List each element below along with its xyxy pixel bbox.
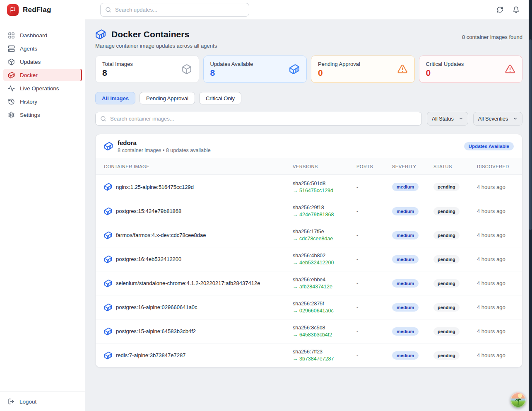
main-area: Docker Containers Manage container image… bbox=[85, 0, 532, 411]
table-header: Container Image Versions Ports Severity … bbox=[96, 158, 522, 175]
sidebar-item-label: Docker bbox=[20, 72, 38, 78]
sidebar-item-dashboard[interactable]: Dashboard bbox=[3, 29, 82, 41]
sidebar-item-agents[interactable]: Agents bbox=[3, 42, 82, 55]
severity-badge: medium bbox=[392, 207, 419, 215]
docker-icon bbox=[8, 72, 15, 79]
sidebar-item-label: Settings bbox=[20, 112, 40, 118]
logout-button[interactable]: Logout bbox=[8, 398, 36, 405]
container-search bbox=[95, 112, 422, 126]
container-image-name: farmos/farmos:4.x-dev:cdc78cee8dae bbox=[116, 232, 206, 238]
table-row[interactable]: postgres:16:4eb532412200 sha256:4b802 → … bbox=[96, 247, 522, 271]
scrollbar-thumb[interactable] bbox=[529, 39, 532, 230]
version-current: sha256:8c5b8 bbox=[293, 325, 356, 331]
sidebar-item-history[interactable]: History bbox=[3, 95, 82, 108]
logout-label: Logout bbox=[19, 399, 36, 405]
sidebar-item-label: Dashboard bbox=[20, 32, 47, 39]
container-icon bbox=[104, 351, 112, 360]
chevron-down-icon bbox=[513, 116, 518, 121]
group-summary: 8 container images • 8 updates available bbox=[118, 147, 211, 153]
status-filter-select[interactable]: All Status bbox=[427, 112, 468, 126]
docker-containers-icon bbox=[95, 29, 106, 40]
global-search bbox=[100, 3, 249, 17]
sidebar-item-label: Updates bbox=[20, 59, 41, 65]
version-current: sha256:17f5e bbox=[293, 229, 356, 235]
settings-icon bbox=[8, 111, 15, 118]
container-image-name: redis:7-alpine:3b73847e7287 bbox=[116, 352, 185, 358]
ports-value: - bbox=[356, 352, 392, 358]
stat-value: 0 bbox=[426, 68, 464, 77]
version-new: → cdc78cee8dae bbox=[293, 236, 356, 242]
discovered-value: 4 hours ago bbox=[477, 184, 514, 190]
container-icon bbox=[104, 231, 112, 239]
refresh-icon bbox=[496, 6, 503, 13]
stat-value: 8 bbox=[102, 68, 133, 77]
container-icon bbox=[289, 64, 300, 75]
discovered-value: 4 hours ago bbox=[477, 232, 514, 238]
version-current: sha256:ebbe4 bbox=[293, 277, 356, 283]
status-badge: pending bbox=[433, 207, 460, 215]
group-header: fedora 8 container images • 8 updates av… bbox=[96, 134, 522, 158]
container-icon bbox=[104, 207, 112, 215]
status-filter-value: All Status bbox=[432, 116, 454, 122]
tab-all-images[interactable]: All Images bbox=[95, 92, 135, 104]
column-header-status: Status bbox=[433, 164, 477, 169]
group-name: fedora bbox=[118, 139, 211, 146]
container-image-name: postgres:16-alpine:029660641a0c bbox=[116, 304, 197, 310]
sidebar-item-label: History bbox=[20, 99, 37, 105]
page-title: Docker Containers bbox=[111, 29, 189, 39]
severity-badge: medium bbox=[392, 351, 419, 360]
page-subtitle: Manage container image updates across al… bbox=[95, 43, 217, 49]
status-badge: pending bbox=[433, 279, 460, 288]
tab-pending-approval[interactable]: Pending Approval bbox=[140, 92, 195, 104]
discovered-value: 4 hours ago bbox=[477, 352, 514, 358]
version-current: sha256:501d8 bbox=[293, 181, 356, 186]
notifications-button[interactable] bbox=[513, 6, 520, 13]
search-filter-row: All Status All Severities bbox=[95, 112, 522, 126]
table-row[interactable]: selenium/standalone-chrome:4.1.2-2022021… bbox=[96, 271, 522, 295]
stat-label: Total Images bbox=[102, 61, 133, 67]
severity-badge: medium bbox=[392, 231, 419, 239]
ports-value: - bbox=[356, 256, 392, 262]
column-header-ports: Ports bbox=[356, 164, 392, 169]
sidebar-item-live-operations[interactable]: Live Operations bbox=[3, 82, 82, 94]
discovered-value: 4 hours ago bbox=[477, 280, 514, 286]
results-count: 8 container images found bbox=[462, 34, 522, 40]
version-current: sha256:4b802 bbox=[293, 253, 356, 259]
chevron-down-icon bbox=[459, 116, 463, 121]
container-icon bbox=[104, 142, 113, 151]
updates-icon bbox=[8, 58, 15, 65]
table-row[interactable]: postgres:15:424e79b81868 sha256:29f18 → … bbox=[96, 199, 522, 223]
table-row[interactable]: postgres:15-alpine:64583b3cb4f2 sha256:8… bbox=[96, 319, 522, 343]
ports-value: - bbox=[356, 232, 392, 238]
search-icon bbox=[105, 7, 111, 13]
severity-filter-select[interactable]: All Severities bbox=[473, 112, 522, 126]
topbar bbox=[85, 0, 532, 20]
container-search-input[interactable] bbox=[110, 116, 417, 122]
global-search-input[interactable] bbox=[115, 7, 244, 13]
column-header-discovered: Discovered bbox=[477, 164, 514, 169]
severity-badge: medium bbox=[392, 255, 419, 264]
version-current: sha256:7ff23 bbox=[293, 349, 356, 355]
island-widget-button[interactable] bbox=[510, 392, 526, 408]
refresh-button[interactable] bbox=[496, 6, 503, 13]
status-badge: pending bbox=[433, 303, 460, 312]
scrollbar[interactable] bbox=[529, 0, 532, 411]
agents-icon bbox=[8, 45, 15, 52]
table-row[interactable]: redis:7-alpine:3b73847e7287 sha256:7ff23… bbox=[96, 343, 522, 367]
column-header-versions: Versions bbox=[293, 164, 356, 169]
stat-card-pending-approval: Pending Approval 0 bbox=[311, 56, 415, 83]
image-group-card: fedora 8 container images • 8 updates av… bbox=[95, 134, 522, 367]
dashboard-icon bbox=[8, 32, 15, 39]
container-image-name: postgres:15:424e79b81868 bbox=[116, 208, 181, 214]
version-new: → 424e79b81868 bbox=[293, 212, 356, 218]
table-row[interactable]: nginx:1.25-alpine:516475cc129d sha256:50… bbox=[96, 175, 522, 199]
sidebar-item-updates[interactable]: Updates bbox=[3, 56, 82, 68]
table-row[interactable]: farmos/farmos:4.x-dev:cdc78cee8dae sha25… bbox=[96, 223, 522, 247]
package-icon bbox=[181, 64, 192, 75]
tab-critical-only[interactable]: Critical Only bbox=[199, 92, 241, 104]
sidebar-item-settings[interactable]: Settings bbox=[3, 109, 82, 121]
table-row[interactable]: postgres:16-alpine:029660641a0c sha256:2… bbox=[96, 295, 522, 319]
sidebar-item-docker[interactable]: Docker bbox=[3, 69, 82, 81]
container-image-name: nginx:1.25-alpine:516475cc129d bbox=[116, 184, 194, 190]
stat-value: 0 bbox=[318, 68, 360, 77]
